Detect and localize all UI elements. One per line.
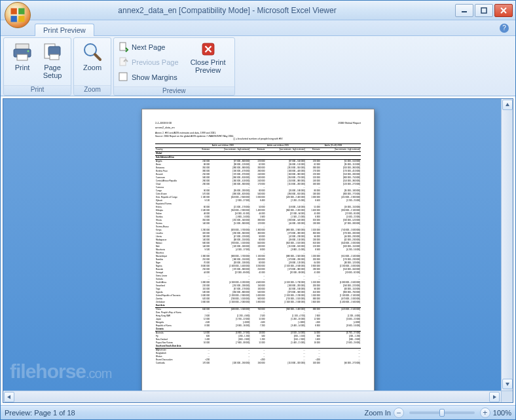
zoom-out-button[interactable]: − [394,408,404,418]
svg-rect-1 [18,9,24,14]
magnifier-icon [82,41,103,62]
ribbon-tabs: Print Preview ? [1,20,515,36]
page-setup-icon [42,41,63,62]
preview-area: 2-1-1003 0:002000 Global Report annex2_d… [3,98,513,403]
zoom-controls: Zoom In − + 100% [365,408,512,418]
window-title: annex2_data_en [Compatibility Mode] - Mi… [1,6,454,15]
watermark: filehorse.com [10,360,111,383]
scroll-right-icon[interactable] [489,392,500,402]
svg-rect-0 [11,9,17,14]
printer-icon [12,41,33,62]
svg-rect-14 [50,54,59,60]
svg-rect-17 [120,43,126,50]
page-setup-button[interactable]: Page Setup [37,40,67,79]
show-margins-checkbox[interactable]: Show Margins [117,70,180,85]
app-window: annex2_data_en [Compatibility Mode] - Mi… [0,0,516,420]
svg-rect-10 [17,54,28,60]
horizontal-scrollbar[interactable] [3,391,501,402]
close-icon [200,41,216,57]
help-icon[interactable]: ? [500,24,509,33]
scroll-up-icon[interactable] [502,100,513,110]
previous-page-button: Previous Page [117,55,180,69]
ribbon: Print Page Setup Print Zoom Zoom [1,36,515,96]
svg-rect-18 [120,58,126,66]
minimize-button[interactable] [455,4,473,17]
scroll-left-icon[interactable] [4,392,14,402]
svg-rect-8 [16,44,29,49]
group-zoom: Zoom Zoom [73,37,111,96]
svg-rect-19 [119,73,127,81]
data-table: Adults and children 2003 Adults and chil… [155,143,361,365]
vertical-scrollbar[interactable] [501,99,513,391]
svg-rect-3 [18,16,24,22]
scroll-down-icon[interactable] [502,379,513,389]
zoom-slider[interactable] [409,411,475,414]
zoom-in-button[interactable]: + [480,408,490,418]
office-button[interactable] [5,2,31,28]
maximize-button[interactable] [475,4,493,17]
close-preview-button[interactable]: Close Print Preview [185,40,231,74]
print-button[interactable]: Print [7,40,37,71]
svg-point-11 [28,50,29,52]
svg-rect-2 [11,16,17,22]
zoom-button[interactable]: Zoom [77,40,107,71]
page-down-icon [119,42,129,52]
status-page: Preview: Page 1 of 18 [5,409,75,417]
page-up-icon [119,57,129,67]
group-preview: Next Page Previous Page Show Margins Clo… [113,37,235,96]
close-button[interactable] [494,4,513,17]
zoom-percent: 100% [493,409,511,417]
scroll-corner [501,391,513,402]
group-print: Print Page Setup Print [3,37,71,96]
statusbar: Preview: Page 1 of 18 Zoom In − + 100% [1,405,515,419]
titlebar: annex2_data_en [Compatibility Mode] - Mi… [1,1,515,20]
svg-rect-5 [481,8,487,13]
tab-print-preview[interactable]: Print Preview [35,24,94,36]
checkbox-icon [119,72,129,83]
page-preview: 2-1-1003 0:002000 Global Report annex2_d… [141,109,375,403]
svg-line-16 [95,54,100,60]
next-page-button[interactable]: Next Page [117,40,180,54]
zoom-thumb[interactable] [439,409,445,417]
